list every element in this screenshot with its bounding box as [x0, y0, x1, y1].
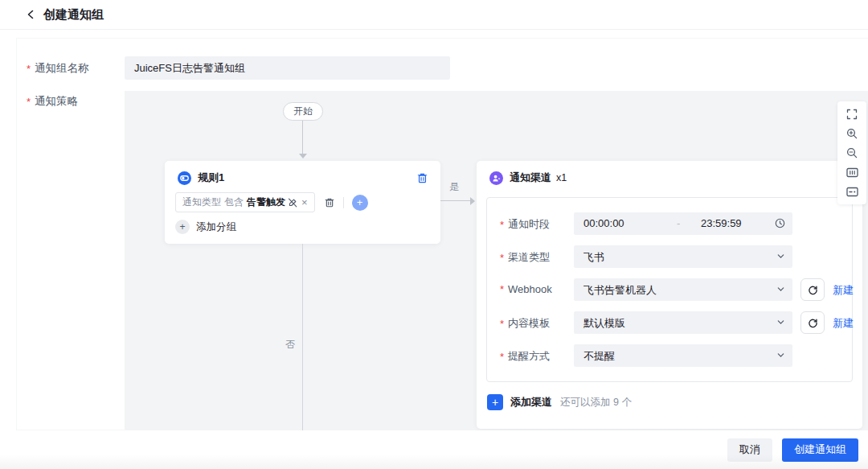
zoom-in-icon[interactable]: [845, 126, 859, 141]
clock-icon: [775, 218, 785, 228]
flow-arrow-down: [299, 154, 307, 158]
trash-icon: [324, 197, 335, 208]
minimap-icon[interactable]: [845, 184, 859, 199]
back-button[interactable]: [23, 6, 39, 23]
time-start-value[interactable]: 00:00:00: [583, 217, 624, 229]
condition-operator: 包含: [224, 195, 244, 209]
add-channel-row: + 添加渠道 还可以添加 9 个: [487, 394, 632, 410]
submit-button[interactable]: 创建通知组: [782, 438, 858, 462]
channel-card-header: 通知渠道 x1: [489, 171, 567, 185]
branch-no-label: 否: [282, 338, 298, 352]
flow-connector-down: [302, 121, 303, 154]
condition-field: 通知类型: [182, 195, 221, 209]
required-mark: *: [27, 63, 31, 75]
channel-type-row: * 渠道类型 飞书: [487, 245, 852, 268]
chevron-down-icon: [776, 252, 785, 261]
notify-period-label: * 通知时段: [500, 217, 550, 232]
required-mark: *: [500, 219, 504, 231]
time-range-input[interactable]: 00:00:00 - 23:59:59: [574, 212, 792, 235]
rule-card-header: 规则1: [178, 171, 224, 185]
condition-delete-button[interactable]: [324, 197, 335, 208]
trash-icon: [416, 172, 428, 184]
actual-size-icon[interactable]: [845, 165, 859, 179]
page-header: 创建通知组: [0, 0, 868, 30]
add-channel-button[interactable]: +: [487, 394, 503, 410]
flow-connector-yes: [440, 200, 473, 201]
fullscreen-icon[interactable]: [845, 107, 859, 121]
branch-yes-label: 是: [443, 180, 465, 194]
channel-form-box: * 通知时段 00:00:00 - 23:59:59: [486, 197, 853, 382]
channel-type-label: * 渠道类型: [500, 250, 550, 265]
channel-count-badge: x1: [556, 172, 567, 183]
content-template-label: * 内容模板: [500, 316, 550, 331]
webhook-select[interactable]: 飞书告警机器人: [574, 278, 792, 301]
cancel-button[interactable]: 取消: [727, 438, 772, 462]
chevron-down-icon: [776, 285, 785, 294]
add-channel-label[interactable]: 添加渠道: [510, 395, 552, 409]
remind-mode-select[interactable]: 不提醒: [574, 344, 792, 367]
add-condition-button[interactable]: +: [352, 195, 368, 211]
template-new-link[interactable]: 新建: [833, 316, 854, 331]
channel-card-title: 通知渠道: [510, 171, 551, 185]
content-template-select[interactable]: 默认模版: [574, 311, 792, 334]
strategy-flow-canvas[interactable]: 开始 规则1 通知类型 包含 告警触发: [125, 91, 868, 430]
content-template-value: 默认模版: [583, 316, 625, 331]
flow-connector-no: [302, 244, 303, 430]
required-mark: *: [500, 318, 504, 330]
rule-delete-button[interactable]: [415, 171, 429, 185]
add-group-label: 添加分组: [196, 220, 236, 234]
condition-tag[interactable]: 通知类型 包含 告警触发 ×: [175, 192, 315, 212]
zoom-out-icon[interactable]: [845, 146, 859, 160]
webhook-new-link[interactable]: 新建: [833, 283, 854, 298]
flow-start-node[interactable]: 开始: [283, 102, 323, 121]
condition-value: 告警触发: [247, 195, 285, 209]
chevron-down-icon: [776, 351, 785, 360]
plus-icon: +: [175, 220, 190, 234]
webhook-value: 飞书告警机器人: [583, 283, 657, 298]
edit-disabled-icon: [288, 198, 297, 208]
rule-card-title: 规则1: [198, 171, 224, 185]
add-channel-hint: 还可以添加 9 个: [560, 396, 632, 409]
group-name-input[interactable]: JuiceFS日志告警通知组: [125, 56, 450, 80]
channel-type-select[interactable]: 飞书: [574, 245, 792, 268]
time-separator: -: [677, 217, 680, 229]
template-refresh-button[interactable]: [800, 311, 825, 334]
channel-type-value: 飞书: [583, 250, 604, 265]
required-mark: *: [500, 283, 504, 295]
webhook-refresh-button[interactable]: [800, 278, 825, 301]
webhook-row: * Webhook 飞书告警机器人 新建: [487, 278, 852, 301]
chevron-left-icon: [26, 10, 35, 19]
required-mark: *: [500, 351, 504, 363]
group-name-label: * 通知组名称: [27, 61, 89, 76]
remind-mode-label: * 提醒方式: [500, 349, 550, 364]
notify-period-row: * 通知时段 00:00:00 - 23:59:59: [487, 212, 852, 235]
required-mark: *: [500, 252, 504, 264]
refresh-icon: [808, 318, 818, 328]
webhook-label: * Webhook: [500, 283, 552, 295]
remind-mode-value: 不提醒: [583, 349, 615, 364]
chevron-down-icon: [776, 318, 785, 327]
content-template-row: * 内容模板 默认模版 新建: [487, 311, 852, 334]
channel-person-icon: [489, 171, 503, 185]
add-group-button[interactable]: + 添加分组: [175, 220, 236, 234]
create-notification-group-page: 创建通知组 * 通知组名称 JuiceFS日志告警通知组 * 通知策略 开始 规…: [0, 0, 868, 469]
divider: [343, 197, 344, 208]
rule-card[interactable]: 规则1 通知类型 包含 告警触发 ×: [165, 161, 440, 244]
notification-channel-card[interactable]: 通知渠道 x1 * 通知时段 00:00:00 - 23:59:59: [477, 161, 862, 429]
rule-toggle-icon: [178, 171, 191, 185]
rule-condition-row: 通知类型 包含 告警触发 × +: [175, 192, 368, 212]
refresh-icon: [808, 285, 818, 295]
required-mark: *: [27, 96, 31, 108]
page-title: 创建通知组: [43, 7, 104, 23]
strategy-label: * 通知策略: [27, 94, 78, 109]
remind-mode-row: * 提醒方式 不提醒: [487, 344, 852, 367]
flow-arrow-right: [470, 197, 475, 205]
condition-remove-icon[interactable]: ×: [301, 197, 308, 208]
canvas-toolbar: [837, 101, 866, 204]
footer-action-bar: 取消 创建通知组: [0, 430, 868, 469]
time-end-value[interactable]: 23:59:59: [701, 217, 742, 229]
